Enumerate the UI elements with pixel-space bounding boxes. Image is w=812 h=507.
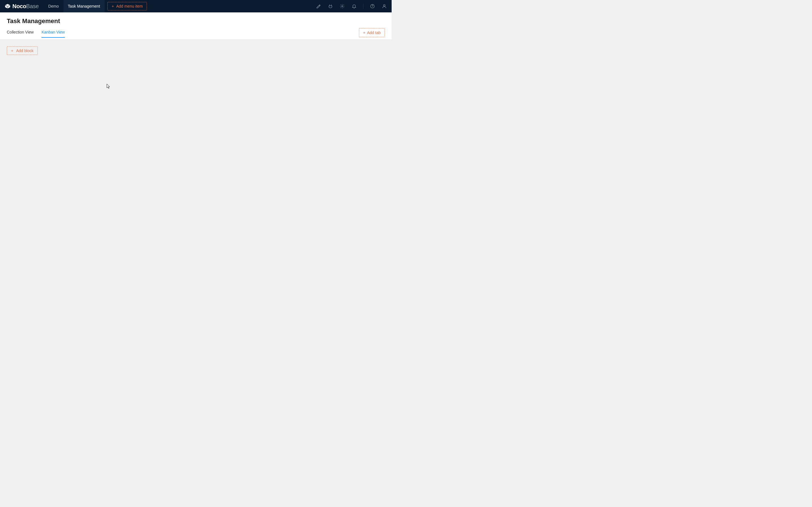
- help-icon[interactable]: [370, 3, 375, 9]
- tabs-row: Collection View Kanban View + Add tab: [7, 28, 385, 40]
- tabs: Collection View Kanban View: [7, 30, 65, 38]
- nav-item-task-management[interactable]: Task Management: [63, 0, 105, 12]
- tab-label: Kanban View: [42, 30, 64, 34]
- logo[interactable]: NocoBase: [4, 3, 39, 10]
- bell-icon[interactable]: [351, 3, 357, 9]
- divider: [363, 4, 363, 9]
- nav-item-label: Task Management: [68, 4, 100, 8]
- nav-item-label: Demo: [48, 4, 59, 8]
- topbar-right: [316, 3, 387, 9]
- logo-icon: [4, 4, 11, 9]
- add-menu-item-button[interactable]: + Add menu item: [107, 2, 147, 10]
- user-icon[interactable]: [382, 3, 387, 9]
- svg-point-0: [342, 6, 343, 7]
- gear-icon[interactable]: [340, 3, 345, 9]
- page-title: Task Management: [7, 17, 385, 25]
- plus-icon: +: [363, 31, 365, 35]
- page-header: Task Management Collection View Kanban V…: [0, 12, 392, 40]
- add-tab-button[interactable]: + Add tab: [359, 28, 385, 37]
- tab-kanban-view[interactable]: Kanban View: [42, 30, 64, 38]
- brand-bold: Noco: [12, 3, 26, 9]
- plus-icon: +: [112, 4, 114, 8]
- nav-item-demo[interactable]: Demo: [44, 0, 63, 12]
- cursor-icon: [107, 83, 110, 89]
- content-area: + Add block: [0, 40, 392, 62]
- add-tab-label: Add tab: [367, 31, 380, 35]
- plugin-icon[interactable]: [327, 3, 333, 9]
- brand-light: Base: [26, 3, 39, 9]
- logo-text: NocoBase: [12, 3, 39, 10]
- svg-point-2: [384, 4, 385, 6]
- topbar: NocoBase Demo Task Management + Add menu…: [0, 0, 392, 12]
- tab-collection-view[interactable]: Collection View: [7, 30, 34, 38]
- add-block-button[interactable]: + Add block: [7, 47, 38, 55]
- add-block-label: Add block: [16, 48, 33, 53]
- plus-icon: +: [11, 49, 13, 53]
- add-menu-item-label: Add menu item: [116, 4, 143, 8]
- nav-items: Demo Task Management: [44, 0, 105, 12]
- tab-label: Collection View: [7, 30, 34, 34]
- highlighter-icon[interactable]: [316, 3, 321, 9]
